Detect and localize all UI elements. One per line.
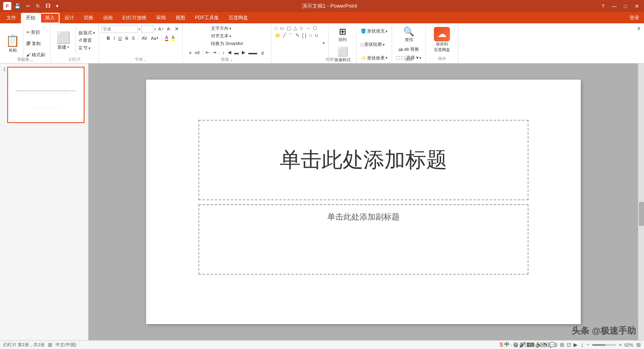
shape-pen[interactable]: ✎ bbox=[295, 32, 300, 40]
shape-brace[interactable]: { } bbox=[301, 32, 307, 40]
shape-outline-btn[interactable]: □ 形状轮廓 ▾ bbox=[359, 41, 389, 48]
numbered-list-btn[interactable]: ≡# bbox=[194, 49, 201, 56]
shape-line[interactable]: ╱ bbox=[282, 32, 287, 40]
close-btn[interactable]: ✕ bbox=[633, 2, 641, 10]
copy-btn[interactable]: 🗐 复制 bbox=[25, 40, 46, 47]
text-direction-btn[interactable]: 文字方向▾ bbox=[210, 25, 233, 32]
font-color-btn[interactable]: A bbox=[164, 34, 169, 42]
font-name-input[interactable] bbox=[101, 25, 138, 33]
tab-pdf[interactable]: PDF工具集 bbox=[190, 13, 224, 23]
align-right-btn[interactable]: ▶ bbox=[241, 49, 246, 56]
slide-show-quick-btn[interactable]: 🎞 bbox=[44, 2, 52, 10]
shape-arrow[interactable]: → bbox=[305, 25, 311, 31]
tab-home[interactable]: 开始 bbox=[21, 13, 40, 23]
maximize-btn[interactable]: □ bbox=[621, 2, 630, 10]
zoom-slider[interactable] bbox=[592, 344, 616, 346]
section-btn[interactable]: ☰节▾ bbox=[77, 45, 96, 51]
tray-icon-2[interactable]: ◎ bbox=[514, 342, 518, 348]
layout-btn[interactable]: ▤版式▾ bbox=[77, 29, 96, 36]
zoom-out-btn[interactable]: − bbox=[587, 342, 590, 348]
cut-btn[interactable]: ✂ 剪切 bbox=[25, 29, 46, 36]
clipboard-expand[interactable]: ⌄ bbox=[30, 57, 33, 62]
shape-diamond[interactable]: ◇ bbox=[299, 25, 304, 31]
arrange-btn[interactable]: ⊞ 排列 bbox=[331, 25, 354, 44]
highlight-color-btn[interactable]: A bbox=[171, 34, 176, 42]
tab-slideshow[interactable]: 幻灯片放映 bbox=[118, 13, 151, 23]
tab-baidu[interactable]: 百度网盘 bbox=[224, 13, 253, 23]
italic-btn[interactable]: I bbox=[112, 35, 116, 41]
shape-tri[interactable]: △ bbox=[293, 25, 298, 31]
align-center-btn[interactable]: ▬ bbox=[233, 49, 240, 56]
ribbon-collapse-btn[interactable]: ∧ bbox=[637, 25, 641, 31]
shape-misc1[interactable]: ∩ bbox=[308, 32, 314, 40]
shape-rect2[interactable]: ▭ bbox=[279, 25, 285, 31]
redo-btn[interactable]: ↻ bbox=[34, 2, 41, 10]
shape-hex[interactable]: ⬡ bbox=[312, 25, 318, 31]
tray-icon-3[interactable]: 🎤 bbox=[519, 342, 526, 348]
underline-btn[interactable]: U bbox=[117, 35, 123, 41]
shapes-expand[interactable]: ▾ bbox=[322, 40, 326, 46]
tray-icon-6[interactable]: ✎ bbox=[543, 342, 548, 348]
justify-btn[interactable]: ▬▬ bbox=[247, 49, 258, 56]
clear-format-btn[interactable]: ✕ bbox=[173, 25, 180, 33]
title-placeholder[interactable]: 单击此处添加标题 bbox=[198, 120, 528, 200]
bullet-list-btn[interactable]: ≡ bbox=[188, 49, 192, 56]
font-spacing-btn[interactable]: AV bbox=[140, 35, 149, 41]
strikethrough-btn[interactable]: S bbox=[124, 35, 129, 41]
login-btn[interactable]: 登录 bbox=[625, 13, 644, 23]
decrease-font-btn[interactable]: A- bbox=[166, 26, 173, 32]
view-reading-btn[interactable]: ⊡ bbox=[567, 342, 571, 348]
shape-rect[interactable]: □ bbox=[274, 25, 278, 31]
tray-icon-1[interactable]: · bbox=[511, 342, 512, 348]
tab-file[interactable]: 文件 bbox=[2, 13, 21, 23]
shape-curve[interactable]: ⌒ bbox=[287, 32, 294, 40]
tray-icon-5[interactable]: 🔊 bbox=[536, 342, 542, 348]
to-smartart-btn[interactable]: 转换为 SmartArt bbox=[210, 40, 244, 47]
zoom-control[interactable] bbox=[592, 344, 616, 346]
slide-canvas[interactable]: 单击此处添加标题 单击此处添加副标题 bbox=[146, 80, 581, 324]
shadow-btn[interactable]: S bbox=[131, 35, 136, 41]
font-size-input[interactable] bbox=[141, 25, 153, 33]
layout-icon[interactable]: ⊞ bbox=[48, 342, 52, 348]
minimize-btn[interactable]: — bbox=[610, 2, 618, 10]
view-sorter-btn[interactable]: ⊞ bbox=[560, 342, 564, 348]
increase-font-btn[interactable]: A+ bbox=[157, 26, 165, 32]
slide-thumbnail[interactable] bbox=[7, 67, 85, 123]
scroll-thumb[interactable] bbox=[639, 202, 644, 226]
subtitle-placeholder[interactable]: 单击此处添加副标题 bbox=[198, 204, 528, 275]
tab-transitions[interactable]: 切换 bbox=[79, 13, 98, 23]
undo-btn[interactable]: ↩ bbox=[25, 2, 32, 10]
para-group-expand[interactable]: ⌄ bbox=[230, 57, 233, 62]
zoom-fit-btn[interactable]: ⊞ bbox=[636, 342, 641, 348]
decrease-indent-btn[interactable]: ⇤ bbox=[204, 49, 211, 56]
sogou-s-icon[interactable]: S bbox=[500, 341, 503, 348]
reset-btn[interactable]: ↺重置 bbox=[77, 37, 96, 44]
align-text-btn[interactable]: 对齐文本▾ bbox=[210, 33, 233, 39]
tab-view[interactable]: 视图 bbox=[171, 13, 190, 23]
new-slide-btn[interactable]: ⬜ 新建 ▾ bbox=[53, 30, 74, 51]
shape-roundrect[interactable]: ▢ bbox=[286, 25, 292, 31]
columns-btn[interactable]: ⫼ bbox=[259, 49, 266, 56]
customize-quick-btn[interactable]: ▾ bbox=[54, 2, 60, 10]
bold-btn[interactable]: B bbox=[105, 35, 111, 41]
tray-icon-4[interactable]: ⌨ bbox=[527, 342, 535, 348]
drawing-group-expand[interactable]: ⌄ bbox=[334, 57, 338, 62]
align-left-btn[interactable]: ◀ bbox=[227, 49, 232, 56]
save-cloud-btn[interactable]: ☁ 保存到 百度网盘 bbox=[430, 25, 454, 54]
increase-indent-btn[interactable]: ⇥ bbox=[211, 49, 217, 56]
font-group-expand[interactable]: ⌄ bbox=[144, 57, 147, 62]
zoom-in-btn[interactable]: + bbox=[619, 342, 622, 348]
tab-review[interactable]: 审阅 bbox=[151, 13, 171, 23]
shape-misc2[interactable]: ∪ bbox=[314, 32, 319, 40]
font-size-ctrl-btn[interactable]: Aa▾ bbox=[150, 35, 159, 41]
tray-icon-7[interactable]: 💬 bbox=[549, 342, 555, 348]
view-presentation-btn[interactable]: ▶ bbox=[574, 342, 578, 348]
right-scrollbar[interactable] bbox=[638, 64, 644, 340]
sogou-text[interactable]: 中 bbox=[504, 341, 510, 348]
replace-btn[interactable]: ab ab 替换 bbox=[397, 46, 421, 53]
tab-insert[interactable]: 插入 bbox=[40, 13, 60, 23]
save-quick-btn[interactable]: 💾 bbox=[13, 2, 22, 10]
shape-fill-btn[interactable]: 🪣 形状填充 ▾ bbox=[359, 28, 389, 35]
tab-design[interactable]: 设计 bbox=[60, 13, 79, 23]
shape-star[interactable]: ⭐ bbox=[274, 32, 281, 40]
